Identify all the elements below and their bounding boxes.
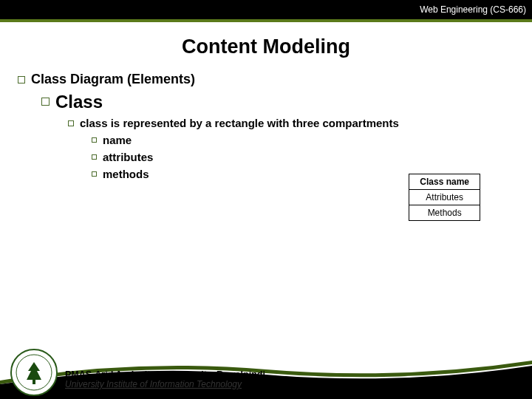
diagram-attributes: Attributes: [409, 190, 480, 205]
bullet-icon: [18, 76, 25, 83]
level4a-text: name: [103, 134, 132, 146]
level4b-text: attributes: [103, 151, 153, 163]
bullet-icon: [41, 98, 50, 106]
slide-title: Content Modeling: [0, 35, 532, 58]
diagram-methods: Methods: [409, 205, 480, 221]
bullet-level2: Class: [41, 92, 514, 112]
bullet-icon: [92, 137, 97, 143]
footer-university: PMAS-Arid Agriculture University, Rawalp…: [65, 369, 265, 380]
content-area: Class Diagram (Elements) Class class is …: [0, 72, 532, 180]
l3-pre: class is represented by a: [80, 117, 215, 129]
bullet-level4b: attributes: [92, 151, 514, 163]
class-diagram-box: Class name Attributes Methods: [409, 174, 480, 221]
bullet-level3: class is represented by a rectangle with…: [68, 117, 514, 129]
l3-bold: rectangle: [215, 117, 265, 129]
bullet-icon: [92, 171, 97, 177]
level2-text: Class: [55, 92, 103, 112]
bullet-icon: [92, 154, 97, 160]
diagram-classname: Class name: [409, 174, 480, 190]
l3-post: with three compartments: [264, 117, 399, 129]
footer-institute: University Institute of Information Tech…: [65, 380, 265, 390]
header-bar: Web Engineering (CS-666): [0, 0, 532, 22]
bullet-icon: [68, 120, 74, 126]
footer: PMAS-Arid Agriculture University, Rawalp…: [0, 337, 532, 399]
university-logo: [10, 349, 58, 396]
footer-text: PMAS-Arid Agriculture University, Rawalp…: [65, 369, 265, 390]
bullet-level4a: name: [92, 134, 514, 146]
bullet-level1: Class Diagram (Elements): [18, 72, 514, 87]
level3-text: class is represented by a rectangle with…: [80, 117, 399, 129]
level1-text: Class Diagram (Elements): [31, 72, 195, 87]
course-code: Web Engineering (CS-666): [420, 4, 526, 15]
level4c-text: methods: [103, 168, 149, 180]
